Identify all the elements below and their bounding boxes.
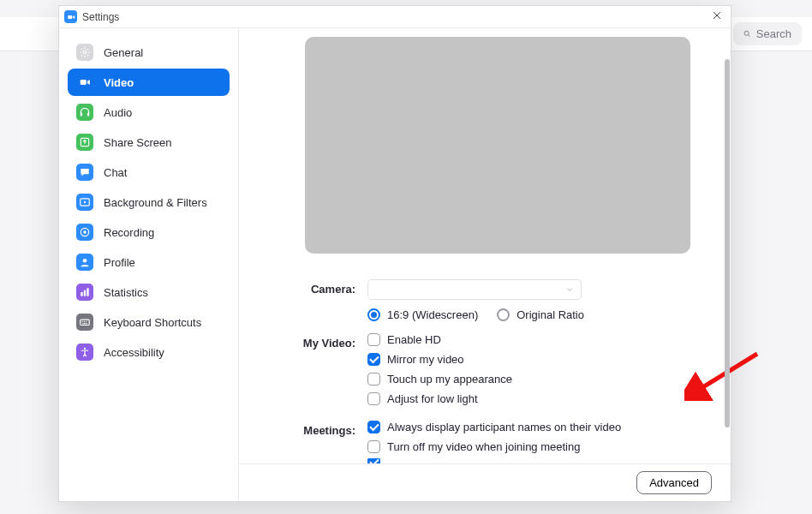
sidebar-item-label: Video (104, 76, 134, 89)
checkbox-icon (367, 373, 380, 386)
sidebar-item-label: Audio (104, 106, 132, 119)
sidebar-item-video[interactable]: Video (68, 69, 230, 96)
sidebar-item-label: Share Screen (104, 136, 172, 149)
myvideo-checkbox-3[interactable]: Adjust for low light (367, 392, 512, 405)
video-icon (76, 74, 93, 91)
camera-dropdown[interactable] (367, 279, 582, 300)
checkbox-label: Touch up my appearance (387, 373, 512, 386)
chevron-down-icon (565, 285, 574, 294)
recording-icon (76, 224, 93, 241)
video-preview (305, 37, 690, 254)
radio-icon (367, 308, 380, 321)
titlebar: Settings (59, 6, 731, 28)
checkbox-label: Enable HD (387, 333, 441, 346)
meetings-checkbox-0[interactable]: Always display participant names on thei… (367, 421, 621, 433)
sidebar-item-label: Chat (104, 166, 127, 179)
search-icon (743, 28, 751, 39)
keyboard-icon (76, 314, 93, 331)
sidebar-item-label: Profile (104, 256, 135, 269)
radio-label: Original Ratio (516, 308, 584, 321)
svg-point-0 (744, 31, 749, 35)
myvideo-checkbox-1[interactable]: Mirror my video (367, 353, 512, 366)
svg-point-13 (83, 230, 87, 234)
sidebar-item-profile[interactable]: Profile (68, 248, 230, 276)
checkbox-icon (367, 353, 380, 366)
svg-line-1 (748, 35, 749, 37)
sidebar-item-accessibility[interactable]: Accessibility (68, 338, 230, 366)
search-input[interactable]: Search (733, 22, 802, 45)
svg-point-5 (83, 51, 87, 54)
meetings-label: Meetings: (290, 421, 367, 437)
aspect-radio-0[interactable]: 16:9 (Widescreen) (367, 308, 478, 321)
myvideo-checkbox-0[interactable]: Enable HD (367, 333, 512, 346)
sidebar-item-audio[interactable]: Audio (68, 99, 230, 126)
aspect-radio-1[interactable]: Original Ratio (497, 308, 584, 321)
sidebar-item-general[interactable]: General (68, 39, 230, 66)
sidebar-item-label: Keyboard Shortcuts (104, 316, 201, 329)
close-button[interactable] (708, 9, 725, 25)
radio-label: 16:9 (Widescreen) (387, 308, 478, 321)
sidebar-item-share-screen[interactable]: Share Screen (68, 128, 230, 156)
accessibility-icon (76, 344, 93, 361)
stats-icon (76, 284, 93, 301)
sidebar-item-chat[interactable]: Chat (68, 158, 230, 186)
share-icon (76, 134, 93, 151)
sidebar-item-label: Accessibility (104, 346, 164, 359)
sidebar-item-label: Recording (104, 226, 154, 239)
app-icon (64, 10, 77, 23)
svg-rect-6 (81, 80, 87, 85)
svg-rect-17 (87, 288, 88, 296)
svg-point-11 (84, 201, 86, 203)
myvideo-checkbox-2[interactable]: Touch up my appearance (367, 373, 512, 386)
svg-point-14 (83, 259, 87, 263)
window-title: Settings (82, 11, 119, 23)
gear-icon (76, 44, 93, 61)
scrollbar[interactable] (725, 59, 730, 427)
checkbox-label: Mirror my video (387, 353, 464, 366)
checkbox-label: Turn off my video when joining meeting (387, 440, 580, 453)
settings-window: Settings GeneralVideoAudioShare ScreenCh… (58, 5, 731, 502)
sidebar: GeneralVideoAudioShare ScreenChatBackgro… (59, 28, 239, 501)
checkbox-icon (367, 333, 380, 346)
sidebar-item-label: Background & Filters (104, 196, 207, 209)
bg-icon (76, 194, 93, 211)
sidebar-item-label: Statistics (104, 286, 148, 299)
svg-rect-2 (68, 15, 72, 18)
camera-label: Camera: (290, 279, 367, 296)
close-icon (712, 10, 722, 21)
svg-rect-16 (84, 290, 86, 296)
content-scroll[interactable]: Camera: 16:9 (Widescreen)Original Ratio … (239, 28, 731, 463)
checkbox-icon (367, 440, 380, 453)
sidebar-item-keyboard-shortcuts[interactable]: Keyboard Shortcuts (68, 308, 230, 336)
chat-icon (76, 164, 93, 181)
myvideo-label: My Video: (290, 333, 367, 350)
svg-rect-8 (87, 113, 89, 117)
checkbox-icon (367, 392, 380, 405)
meetings-checkbox-1[interactable]: Turn off my video when joining meeting (367, 440, 621, 453)
sidebar-item-recording[interactable]: Recording (68, 218, 230, 246)
sidebar-item-label: General (104, 46, 143, 59)
checkbox-icon (367, 421, 380, 433)
footer: Advanced (239, 463, 731, 501)
radio-icon (497, 308, 510, 321)
checkbox-label: Always display participant names on thei… (387, 421, 621, 433)
sidebar-item-background-filters[interactable]: Background & Filters (68, 188, 230, 216)
search-placeholder: Search (756, 27, 791, 40)
advanced-button[interactable]: Advanced (636, 471, 712, 494)
svg-rect-15 (81, 292, 82, 296)
sidebar-item-statistics[interactable]: Statistics (68, 278, 230, 306)
svg-point-23 (84, 348, 86, 350)
profile-icon (76, 254, 93, 271)
svg-rect-18 (81, 320, 90, 325)
checkbox-label: Adjust for low light (387, 392, 478, 405)
headset-icon (76, 104, 93, 121)
content-pane: Camera: 16:9 (Widescreen)Original Ratio … (239, 28, 731, 501)
svg-rect-7 (81, 113, 82, 117)
